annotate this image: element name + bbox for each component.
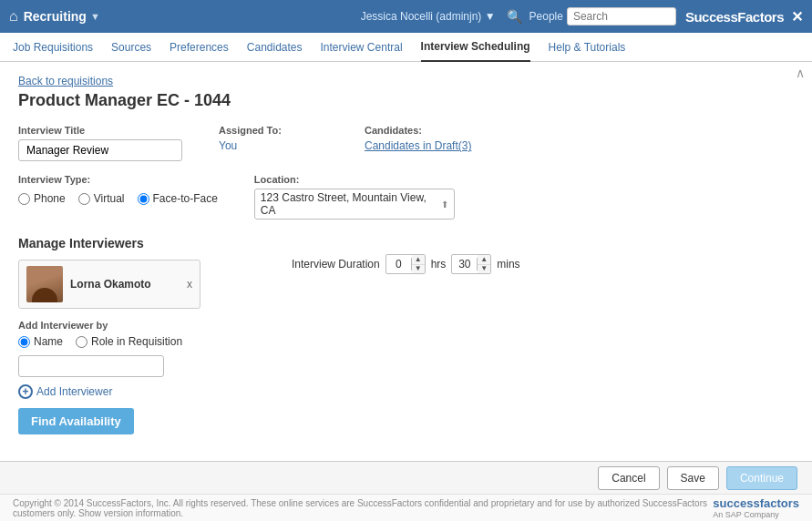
people-label: People bbox=[529, 10, 563, 23]
add-by-name-input[interactable] bbox=[18, 336, 30, 348]
mins-value: 30 bbox=[452, 258, 478, 271]
form-row-1: Interview Title Assigned To: You Candida… bbox=[18, 125, 794, 161]
location-value: 123 Castro Street, Mountain View, CA bbox=[261, 191, 441, 217]
hours-value: 0 bbox=[386, 258, 412, 271]
interviewer-avatar-0 bbox=[26, 266, 63, 302]
interview-title-group: Interview Title bbox=[18, 125, 182, 161]
form-row-3: Manage Interviewers Lorna Okamoto x Add … bbox=[18, 236, 794, 434]
interview-type-radios: Phone Virtual Face-to-Face bbox=[18, 192, 218, 205]
add-by-name-radio[interactable]: Name bbox=[18, 335, 63, 348]
add-by-role-radio[interactable]: Role in Requisition bbox=[76, 335, 182, 348]
mins-unit-label: mins bbox=[497, 258, 519, 271]
location-label: Location: bbox=[254, 174, 455, 185]
assigned-to-value[interactable]: You bbox=[219, 139, 328, 152]
secondary-navbar: Job Requisitions Sources Preferences Can… bbox=[0, 33, 812, 62]
interviewer-remove-0[interactable]: x bbox=[187, 278, 192, 291]
brand-label[interactable]: Recruiting bbox=[24, 9, 87, 24]
search-icon[interactable]: 🔍 bbox=[507, 9, 522, 24]
continue-button[interactable]: Continue bbox=[726, 466, 797, 490]
manage-interviewers-section: Manage Interviewers Lorna Okamoto x Add … bbox=[18, 236, 255, 434]
interview-title-input[interactable] bbox=[18, 139, 182, 161]
nav-sources[interactable]: Sources bbox=[111, 34, 151, 61]
back-to-requisitions-link[interactable]: Back to requisitions bbox=[18, 75, 794, 87]
add-interviewer-link[interactable]: + Add Interviewer bbox=[18, 384, 255, 399]
mins-increment-button[interactable]: ▲ bbox=[478, 255, 490, 265]
add-interviewer-section: Add Interviewer by Name Role in Requisit… bbox=[18, 318, 255, 434]
footer-logo-tagline: An SAP Company bbox=[713, 510, 799, 519]
hours-increment-button[interactable]: ▲ bbox=[412, 255, 425, 265]
interviewer-name-0: Lorna Okamoto bbox=[70, 278, 181, 291]
interview-type-group: Interview Type: Phone Virtual Face-to-Fa… bbox=[18, 174, 218, 205]
radio-virtual-input[interactable] bbox=[78, 193, 90, 205]
find-availability-button[interactable]: Find Availability bbox=[18, 408, 134, 434]
nav-candidates[interactable]: Candidates bbox=[247, 34, 303, 61]
user-menu[interactable]: Jessica Nocelli (adminjn) ▼ bbox=[361, 10, 496, 23]
add-by-role-label: Role in Requisition bbox=[91, 335, 182, 348]
interviewer-card-0: Lorna Okamoto x bbox=[18, 260, 200, 309]
candidates-group: Candidates: Candidates in Draft(3) bbox=[365, 125, 471, 152]
duration-label: Interview Duration bbox=[292, 258, 380, 271]
duration-row: Interview Duration 0 ▲ ▼ hrs 30 ▲ ▼ bbox=[292, 254, 520, 274]
close-icon[interactable]: ✕ bbox=[791, 8, 803, 26]
home-icon[interactable]: ⌂ bbox=[9, 8, 18, 25]
mins-stepper[interactable]: 30 ▲ ▼ bbox=[451, 254, 491, 274]
page-title: Product Manager EC - 1044 bbox=[18, 91, 794, 110]
add-by-radios: Name Role in Requisition bbox=[18, 335, 255, 348]
add-circle-icon: + bbox=[18, 384, 33, 399]
radio-phone-label: Phone bbox=[34, 192, 66, 205]
radio-virtual[interactable]: Virtual bbox=[78, 192, 125, 205]
assigned-to-group: Assigned To: You bbox=[219, 125, 328, 152]
candidates-link[interactable]: Candidates in Draft(3) bbox=[365, 139, 471, 152]
radio-face-to-face[interactable]: Face-to-Face bbox=[138, 192, 218, 205]
add-interviewer-text-input[interactable] bbox=[18, 355, 164, 377]
radio-phone-input[interactable] bbox=[18, 193, 30, 205]
interview-title-label: Interview Title bbox=[18, 125, 182, 136]
main-content: ∧ Back to requisitions Product Manager E… bbox=[0, 62, 812, 461]
nav-job-requisitions[interactable]: Job Requisitions bbox=[13, 34, 93, 61]
candidates-label: Candidates: bbox=[365, 125, 471, 136]
location-dropdown-icon[interactable]: ⬆ bbox=[441, 199, 448, 209]
add-by-name-label: Name bbox=[34, 335, 63, 348]
scroll-up-button[interactable]: ∧ bbox=[796, 66, 805, 80]
top-navbar: ⌂ Recruiting ▼ Jessica Nocelli (adminjn)… bbox=[0, 0, 812, 33]
nav-interview-scheduling[interactable]: Interview Scheduling bbox=[421, 33, 530, 62]
manage-interviewers-title: Manage Interviewers bbox=[18, 236, 255, 250]
radio-virtual-label: Virtual bbox=[94, 192, 125, 205]
nav-interview-central[interactable]: Interview Central bbox=[321, 34, 403, 61]
assigned-to-label: Assigned To: bbox=[219, 125, 328, 136]
add-interviewer-label: Add Interviewer bbox=[36, 385, 112, 398]
footer-logo: successfactors An SAP Company bbox=[713, 496, 799, 519]
location-select[interactable]: 123 Castro Street, Mountain View, CA ⬆ bbox=[254, 189, 455, 220]
save-button[interactable]: Save bbox=[667, 466, 719, 490]
location-group: Location: 123 Castro Street, Mountain Vi… bbox=[254, 174, 455, 220]
interview-type-label: Interview Type: bbox=[18, 174, 218, 185]
people-search-input[interactable] bbox=[567, 7, 676, 26]
app-logo: SuccessFactors bbox=[685, 9, 784, 25]
add-by-label: Add Interviewer by bbox=[18, 320, 108, 331]
radio-face-label: Face-to-Face bbox=[153, 192, 218, 205]
mins-decrement-button[interactable]: ▼ bbox=[478, 265, 490, 274]
footer-logo-name: successfactors bbox=[713, 496, 799, 510]
nav-preferences[interactable]: Preferences bbox=[170, 34, 229, 61]
radio-phone[interactable]: Phone bbox=[18, 192, 66, 205]
brand-dropdown-icon[interactable]: ▼ bbox=[90, 11, 100, 22]
hours-stepper-buttons: ▲ ▼ bbox=[412, 255, 425, 273]
duration-section: Interview Duration 0 ▲ ▼ hrs 30 ▲ ▼ bbox=[292, 236, 520, 274]
add-by-role-input[interactable] bbox=[76, 336, 87, 348]
hours-stepper[interactable]: 0 ▲ ▼ bbox=[385, 254, 426, 274]
footer-copyright: Copyright © 2014 SuccessFactors, Inc. Al… bbox=[13, 498, 713, 518]
hours-decrement-button[interactable]: ▼ bbox=[412, 265, 425, 274]
action-bar: Cancel Save Continue bbox=[0, 461, 812, 494]
hrs-unit-label: hrs bbox=[431, 258, 447, 271]
nav-help-tutorials[interactable]: Help & Tutorials bbox=[549, 34, 626, 61]
footer: Copyright © 2014 SuccessFactors, Inc. Al… bbox=[0, 494, 812, 521]
form-row-2: Interview Type: Phone Virtual Face-to-Fa… bbox=[18, 174, 794, 220]
radio-face-input[interactable] bbox=[138, 193, 149, 205]
cancel-button[interactable]: Cancel bbox=[598, 466, 659, 490]
mins-stepper-buttons: ▲ ▼ bbox=[478, 255, 490, 273]
